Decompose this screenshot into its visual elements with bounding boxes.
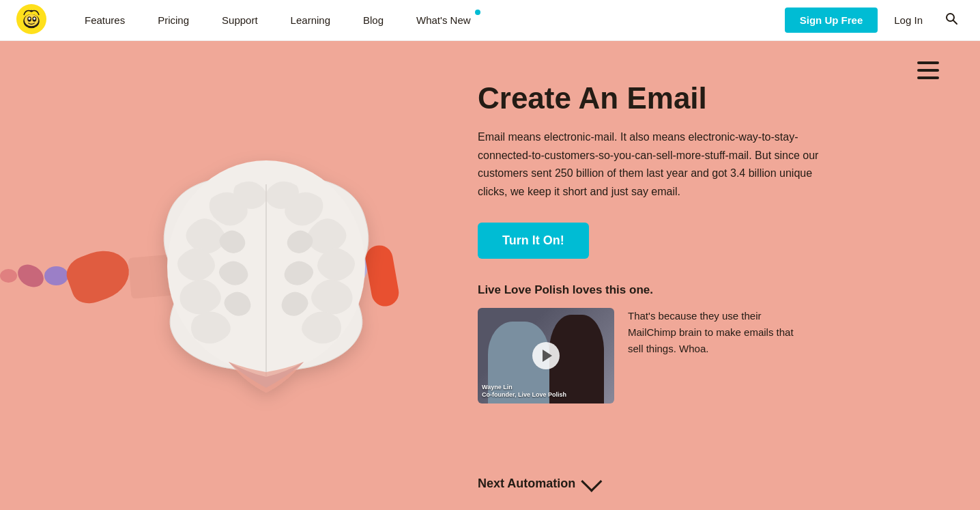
testimonial-row: Wayne Lin Co-founder, Live Love Polish T… [478,308,901,403]
hero-description: Email means electronic-mail. It also mea… [478,128,819,201]
search-button[interactable] [939,6,964,34]
testimonial-text: That's because they use their MailChimp … [628,308,805,357]
menu-bar-2 [917,69,939,72]
brain-image [96,75,437,471]
nav-learning[interactable]: Learning [274,0,347,41]
chevron-down-icon [581,471,603,492]
menu-bar-3 [917,76,939,79]
next-automation-label: Next Automation [478,477,575,491]
nav-support[interactable]: Support [205,0,274,41]
play-button[interactable] [532,342,560,369]
login-button[interactable]: Log In [883,8,934,33]
logo[interactable] [16,4,68,37]
signup-button[interactable]: Sign Up Free [785,8,878,33]
video-caption: Wayne Lin Co-founder, Live Love Polish [482,384,566,399]
play-icon [543,350,552,362]
deco-shape-1 [0,269,17,283]
menu-icon[interactable] [917,61,939,79]
whats-new-dot [475,10,480,15]
deco-shape-2 [14,260,48,292]
deco-shape-3 [44,266,68,285]
svg-point-6 [33,17,35,20]
hero-content: Create An Email Email means electronic-m… [478,82,901,403]
svg-line-9 [953,20,957,24]
nav-pricing[interactable]: Pricing [141,0,205,41]
video-thumbnail[interactable]: Wayne Lin Co-founder, Live Love Polish [478,308,614,403]
cta-button[interactable]: Turn It On! [478,223,589,259]
next-automation[interactable]: Next Automation [478,476,597,491]
nav-right: Sign Up Free Log In [785,6,964,34]
hero-section: Create An Email Email means electronic-m… [0,41,980,510]
testimonial-label: Live Love Polish loves this one. [478,283,901,297]
nav-features[interactable]: Features [68,0,141,41]
nav-links: Features Pricing Support Learning Blog W… [68,0,785,41]
hero-title: Create An Email [478,82,901,115]
nav-whats-new[interactable]: What's New [400,0,487,41]
svg-point-5 [29,17,31,20]
menu-bar-1 [917,61,939,64]
nav-blog[interactable]: Blog [347,0,400,41]
navbar: Features Pricing Support Learning Blog W… [0,0,980,41]
svg-point-7 [30,10,33,12]
